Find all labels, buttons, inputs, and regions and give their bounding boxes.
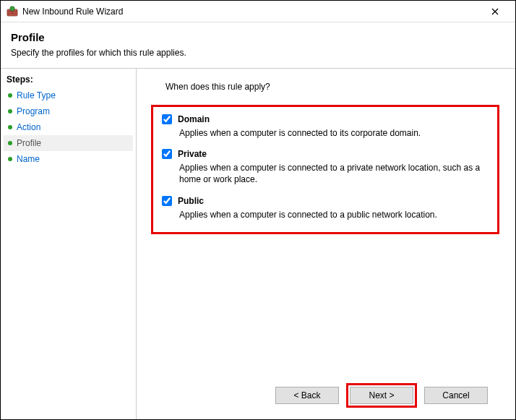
close-button[interactable] [481, 1, 509, 22]
bullet-icon [8, 125, 12, 129]
checkbox-public[interactable] [162, 196, 172, 206]
checkbox-private[interactable] [162, 149, 172, 159]
firewall-icon [7, 6, 18, 17]
checkbox-domain[interactable] [162, 114, 172, 124]
page-title: Profile [11, 31, 505, 43]
question-text: When does this rule apply? [165, 82, 501, 92]
option-public-row[interactable]: Public [158, 196, 489, 206]
option-private-desc: Applies when a computer is connected to … [179, 162, 489, 185]
step-rule-type[interactable]: Rule Type [4, 87, 133, 103]
wizard-window: New Inbound Rule Wizard Profile Specify … [0, 0, 516, 420]
step-label: Profile [17, 138, 41, 148]
next-button[interactable]: Next > [350, 387, 413, 404]
option-domain-label: Domain [178, 114, 210, 124]
step-label: Program [17, 106, 50, 116]
options-highlight: Domain Applies when a computer is connec… [151, 105, 499, 234]
next-highlight: Next > [346, 383, 417, 408]
page-subtitle: Specify the profiles for which this rule… [11, 48, 505, 58]
header-area: Profile Specify the profiles for which t… [1, 22, 515, 69]
option-private-label: Private [178, 149, 207, 159]
svg-point-6 [10, 6, 14, 10]
bullet-icon [8, 141, 12, 145]
step-program[interactable]: Program [4, 103, 133, 119]
spacer [157, 234, 501, 377]
steps-sidebar: Steps: Rule Type Program Action Profile … [1, 69, 137, 419]
option-domain: Domain Applies when a computer is connec… [158, 114, 489, 139]
option-public-desc: Applies when a computer is connected to … [179, 209, 489, 220]
option-public: Public Applies when a computer is connec… [158, 196, 489, 220]
content-pane: When does this rule apply? Domain Applie… [137, 69, 515, 419]
close-icon [491, 8, 499, 15]
step-action[interactable]: Action [4, 119, 133, 135]
body-area: Steps: Rule Type Program Action Profile … [1, 69, 515, 419]
back-button[interactable]: < Back [275, 387, 339, 404]
bullet-icon [8, 93, 12, 98]
option-domain-row[interactable]: Domain [158, 114, 489, 124]
option-domain-desc: Applies when a computer is connected to … [179, 127, 489, 139]
bullet-icon [8, 109, 12, 113]
steps-heading: Steps: [4, 73, 133, 87]
titlebar: New Inbound Rule Wizard [1, 1, 515, 22]
option-private: Private Applies when a computer is conne… [158, 149, 489, 185]
window-title: New Inbound Rule Wizard [22, 7, 123, 17]
bullet-icon [8, 157, 12, 161]
cancel-button[interactable]: Cancel [424, 387, 488, 404]
option-public-label: Public [178, 196, 204, 206]
step-label: Name [17, 154, 40, 164]
footer-buttons: < Back Next > Cancel [157, 377, 501, 412]
step-label: Rule Type [17, 90, 56, 100]
titlebar-left: New Inbound Rule Wizard [7, 6, 123, 17]
step-label: Action [17, 122, 40, 132]
option-private-row[interactable]: Private [158, 149, 489, 159]
step-profile[interactable]: Profile [4, 135, 133, 151]
step-name[interactable]: Name [4, 151, 133, 167]
